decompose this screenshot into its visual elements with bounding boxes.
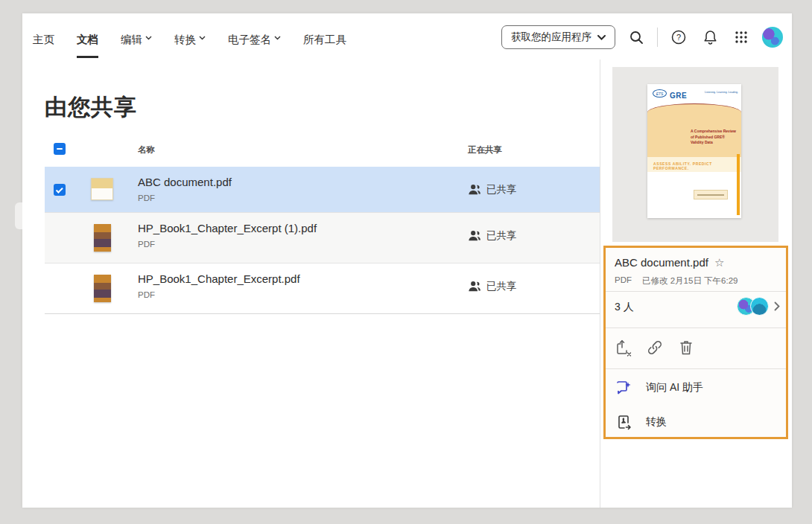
document-preview: ETS GRE Listening. Learning. Leading. A … (612, 67, 778, 242)
nav-item-all-tools[interactable]: 所有工具 (303, 33, 346, 58)
ai-assistant-icon (615, 379, 632, 397)
unshare-icon[interactable] (615, 339, 632, 357)
nav-item-home[interactable]: 主页 (33, 33, 54, 58)
share-status: 已共享 (468, 229, 517, 243)
page-title: 由您共享 (45, 92, 137, 123)
nav-item-label: 电子签名 (228, 33, 271, 47)
nav-item-label: 主页 (33, 33, 54, 47)
convert-label: 转换 (646, 415, 667, 429)
left-panel-handle[interactable] (15, 202, 22, 229)
ets-logo: ETS (653, 89, 667, 98)
nav-item-edit[interactable]: 编辑 (121, 33, 152, 58)
chevron-down-icon (274, 36, 281, 40)
row-checkbox[interactable] (54, 184, 66, 196)
table-row[interactable]: HP_Book1_Chapter_Excerpt (1).pdf PDF 已共享 (45, 213, 600, 263)
people-icon (468, 230, 481, 242)
people-icon (468, 184, 481, 196)
shared-files-table: 名称 正在共享 ABC document.pdf PDF 已共享 HP_Book… (45, 134, 600, 314)
help-icon[interactable]: ? (668, 27, 689, 48)
cover-stripe-graphic (737, 154, 740, 215)
file-details-panel: ABC document.pdf ☆ PDF 已修改 2月15日 下午6:29 … (603, 246, 788, 439)
shared-avatars[interactable] (737, 297, 769, 316)
share-status: 已共享 (468, 183, 517, 196)
share-status-label: 已共享 (486, 183, 517, 196)
file-type: PDF (138, 240, 155, 249)
file-type: PDF (138, 290, 155, 299)
svg-text:?: ? (676, 33, 681, 42)
get-apps-button[interactable]: 获取您的应用程序 (501, 25, 615, 49)
user-avatar[interactable] (762, 27, 783, 48)
delete-trash-icon[interactable] (677, 339, 695, 357)
cover-slogan: Listening. Learning. Leading. (705, 91, 738, 94)
convert-pdf-icon (615, 413, 632, 431)
table-row[interactable]: HP_Book1_Chapter_Excerpt.pdf PDF 已共享 (45, 263, 600, 314)
chevron-down-icon (597, 35, 606, 40)
cover-footnote-box (694, 190, 728, 199)
file-thumbnail (94, 224, 111, 252)
avatar (750, 297, 769, 316)
column-header-sharing: 正在共享 (468, 144, 502, 156)
nav-item-esign[interactable]: 电子签名 (228, 33, 281, 58)
panel-divider (606, 291, 786, 292)
nav-item-documents[interactable]: 文档 (77, 33, 98, 58)
share-status: 已共享 (468, 280, 517, 293)
select-all-checkbox[interactable] (54, 143, 66, 155)
search-icon[interactable] (626, 27, 647, 48)
details-file-type: PDF (615, 275, 632, 287)
table-row[interactable]: ABC document.pdf PDF 已共享 (45, 167, 600, 213)
cover-title: A Comprehensive Review of Published GRE®… (691, 129, 737, 146)
star-icon[interactable]: ☆ (714, 257, 724, 268)
nav-item-label: 文档 (77, 33, 98, 47)
file-name: HP_Book1_Chapter_Excerpt (1).pdf (138, 222, 317, 234)
chevron-right-icon[interactable] (774, 301, 780, 311)
file-thumbnail (94, 275, 111, 302)
details-file-title: ABC document.pdf (615, 256, 708, 269)
column-header-name: 名称 (138, 144, 155, 156)
cover-tagline: Assess Ability. Predict Performance. (653, 162, 741, 170)
get-apps-label: 获取您的应用程序 (511, 31, 591, 44)
file-type: PDF (138, 194, 155, 202)
file-name: HP_Book1_Chapter_Excerpt.pdf (138, 272, 300, 285)
copy-link-icon[interactable] (646, 339, 664, 357)
app-window: 主页 文档 编辑 转换 电子签名 所有工具 获取您的应用程序 ? (22, 13, 792, 508)
share-status-label: 已共享 (486, 229, 517, 243)
nav-right-cluster: 获取您的应用程序 ? (501, 25, 783, 49)
share-status-label: 已共享 (486, 280, 517, 293)
content-divider (600, 60, 600, 508)
details-modified-date: 已修改 2月15日 下午6:29 (642, 275, 738, 287)
nav-item-convert[interactable]: 转换 (174, 33, 206, 58)
top-navigation: 主页 文档 编辑 转换 电子签名 所有工具 获取您的应用程序 ? (22, 13, 792, 60)
nav-item-label: 编辑 (121, 33, 142, 47)
people-count: 3 人 (615, 301, 634, 314)
convert-button[interactable]: 转换 (615, 413, 667, 431)
pdf-cover-thumbnail[interactable]: ETS GRE Listening. Learning. Leading. A … (647, 84, 741, 218)
table-header: 名称 正在共享 (45, 134, 600, 167)
panel-divider (606, 368, 786, 369)
ask-ai-assistant-label: 询问 AI 助手 (646, 381, 703, 394)
nav-menu: 主页 文档 编辑 转换 电子签名 所有工具 (33, 33, 346, 58)
chevron-down-icon (145, 36, 152, 40)
notifications-bell-icon[interactable] (700, 27, 720, 48)
chevron-down-icon (199, 36, 206, 40)
file-thumbnail (91, 178, 113, 200)
ask-ai-assistant-button[interactable]: 询问 AI 助手 (615, 379, 703, 397)
panel-divider (606, 328, 786, 328)
people-icon (468, 281, 481, 293)
file-name: ABC document.pdf (138, 176, 232, 188)
toolbar-divider (657, 28, 658, 47)
app-grid-icon[interactable] (731, 27, 752, 48)
nav-item-label: 转换 (174, 33, 196, 47)
gre-brand: GRE (670, 92, 687, 100)
nav-item-label: 所有工具 (303, 33, 346, 47)
